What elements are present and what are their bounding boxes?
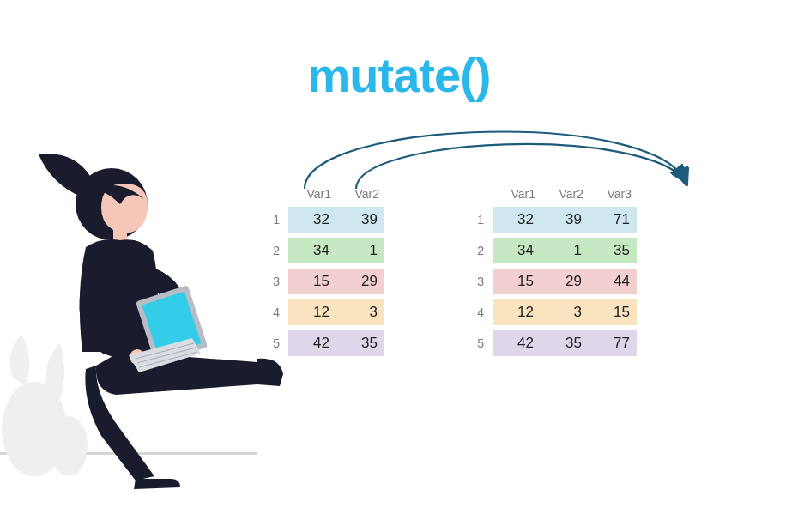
- table-cell: 12: [493, 299, 541, 325]
- input-table: Var1Var213239234131529412354235: [266, 180, 384, 357]
- table-cell: 32: [288, 207, 336, 233]
- title-text: mutate(): [308, 48, 491, 102]
- table-cell: 3: [541, 299, 589, 325]
- table-cell: 44: [589, 269, 637, 294]
- table-header-row: Var1Var2Var3: [470, 180, 637, 203]
- row-index: 2: [470, 244, 493, 257]
- table-cell: 39: [336, 207, 384, 233]
- table-cell: 29: [336, 269, 384, 294]
- output-table: Var1Var2Var31323971234135315294441231554…: [470, 180, 637, 357]
- woman-with-laptop-illustration: [0, 137, 283, 498]
- tables-container: Var1Var213239234131529412354235 Var1Var2…: [266, 180, 637, 357]
- table-cell: 34: [288, 238, 336, 263]
- table-cell: 1: [541, 238, 589, 263]
- table-cell: 1: [336, 238, 384, 263]
- table-cell: 35: [336, 330, 384, 356]
- column-header: Var1: [493, 187, 541, 203]
- table-row: 234135: [470, 237, 637, 264]
- column-header: Var2: [336, 187, 384, 203]
- plant-background: [2, 335, 88, 476]
- row-index: 1: [470, 213, 493, 227]
- table-cell: 29: [541, 269, 589, 294]
- table-row: 4123: [266, 299, 384, 326]
- svg-point-1: [50, 416, 88, 476]
- table-row: 2341: [266, 237, 384, 264]
- table-row: 3152944: [470, 268, 637, 295]
- column-header: Var2: [541, 187, 589, 203]
- table-cell: 3: [336, 299, 384, 325]
- table-row: 412315: [470, 299, 637, 326]
- table-row: 13239: [266, 206, 384, 233]
- table-row: 31529: [266, 268, 384, 295]
- shoe-ground: [134, 479, 180, 489]
- table-cell: 15: [589, 299, 637, 325]
- table-cell: 34: [493, 238, 541, 263]
- row-index: 5: [470, 336, 493, 350]
- column-header: Var1: [288, 187, 336, 203]
- column-header: Var3: [589, 187, 637, 203]
- table-cell: 15: [288, 269, 336, 294]
- table-cell: 71: [589, 207, 637, 233]
- table-cell: 39: [541, 207, 589, 233]
- table-row: 1323971: [470, 206, 637, 233]
- table-row: 5423577: [470, 329, 637, 357]
- table-row: 54235: [266, 329, 384, 357]
- table-header-row: Var1Var2: [266, 180, 384, 203]
- table-cell: 77: [589, 330, 637, 356]
- table-cell: 12: [288, 299, 336, 325]
- table-cell: 15: [493, 269, 541, 294]
- table-cell: 32: [493, 207, 541, 233]
- row-index: 3: [470, 275, 493, 288]
- table-cell: 42: [493, 330, 541, 356]
- table-cell: 42: [288, 330, 336, 356]
- page-title: mutate(): [308, 47, 491, 103]
- table-cell: 35: [589, 238, 637, 263]
- table-cell: 35: [541, 330, 589, 356]
- shoe-extended: [257, 359, 283, 386]
- svg-point-3: [77, 180, 94, 197]
- row-index: 4: [470, 305, 493, 319]
